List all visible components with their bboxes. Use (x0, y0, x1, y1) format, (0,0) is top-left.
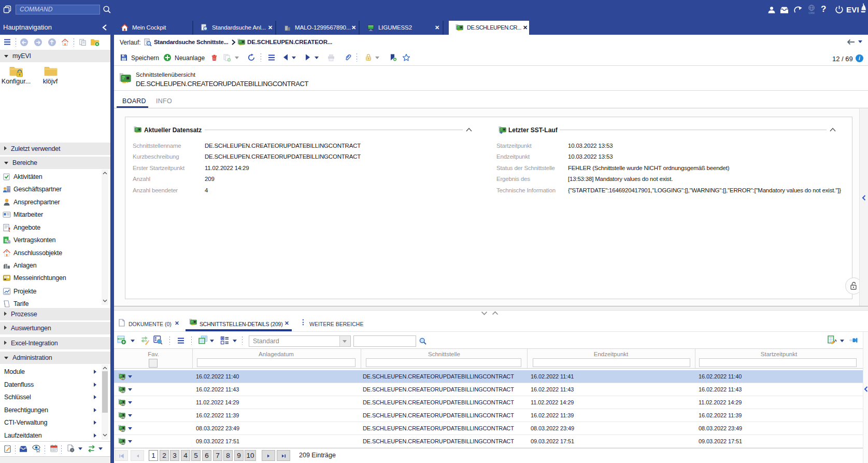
svg-text:CRM: CRM (808, 11, 814, 15)
